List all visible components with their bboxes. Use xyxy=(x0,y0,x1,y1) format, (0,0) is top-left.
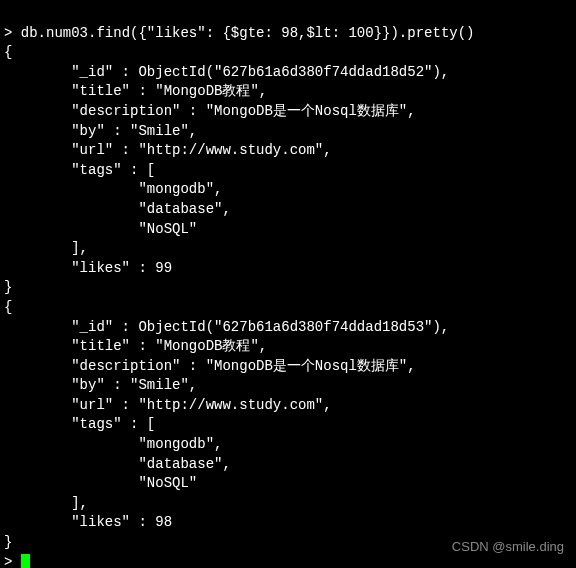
terminal-output: > db.num03.find({"likes": {$gte: 98,$lt:… xyxy=(4,4,572,568)
query-results: { "_id" : ObjectId("627b61a6d380f74ddad1… xyxy=(4,43,572,552)
cursor-block xyxy=(21,554,30,568)
command-text: db.num03.find({"likes": {$gte: 98,$lt: 1… xyxy=(21,25,475,41)
watermark: CSDN @smile.ding xyxy=(452,538,564,556)
prompt-symbol: > xyxy=(4,25,21,41)
next-prompt[interactable]: > xyxy=(4,554,30,568)
command-line: > db.num03.find({"likes": {$gte: 98,$lt:… xyxy=(4,25,475,41)
